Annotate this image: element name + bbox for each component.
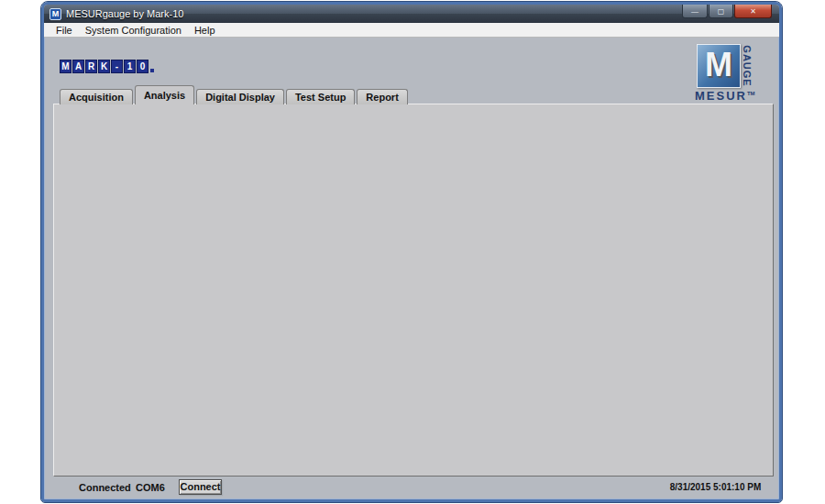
tab-digital-display[interactable]: Digital Display [196,89,284,104]
mark10-letter-block: R [85,60,97,73]
mesurgauge-logo: M GAUGE MESURTM [693,41,785,105]
window-title: MESURgauge by Mark-10 [66,8,183,19]
mark10-logo: MARK-10 [60,60,154,73]
app-window: M MESURgauge by Mark-10 — ▢ ✕ FileSystem… [41,2,782,502]
mark10-letter-block: M [60,60,72,73]
menu-system-configuration[interactable]: System Configuration [79,25,188,36]
mark10-letter-block: A [72,60,84,73]
title-bar[interactable]: M MESURgauge by Mark-10 — ▢ ✕ [44,5,779,23]
close-button[interactable]: ✕ [734,5,772,18]
status-datetime: 8/31/2015 5:01:10 PM [663,482,768,492]
com-port: COM6 [136,482,165,493]
tab-report[interactable]: Report [357,89,407,104]
mark10-letter-block: 1 [124,60,136,73]
maximize-button[interactable]: ▢ [709,5,733,18]
connection-status: Connected [79,482,131,493]
tab-strip: AcquisitionAnalysisDigital DisplayTest S… [60,88,410,104]
menu-help[interactable]: Help [188,25,222,36]
menu-file[interactable]: File [50,25,79,36]
trademark-symbol: TM [747,91,755,96]
mark10-letter-block: 0 [137,60,148,73]
mesur-name-text: MESURTM [695,89,755,103]
tab-analysis[interactable]: Analysis [135,85,194,104]
analysis-tab-page [53,104,774,477]
mark10-dot [150,69,154,72]
tab-test-setup[interactable]: Test Setup [286,89,355,104]
mark10-letter-block: K [98,60,110,73]
minimize-button[interactable]: — [682,5,708,18]
screen: M MESURgauge by Mark-10 — ▢ ✕ FileSystem… [0,0,825,504]
mesur-m-icon: M [697,44,741,88]
mark10-letter-block: - [111,60,123,73]
mesur-gauge-text: GAUGE [742,43,754,89]
connect-button[interactable]: Connect [179,479,222,495]
tab-acquisition[interactable]: Acquisition [60,89,133,104]
menu-bar: FileSystem ConfigurationHelp [44,23,779,38]
app-icon: M [50,8,61,20]
